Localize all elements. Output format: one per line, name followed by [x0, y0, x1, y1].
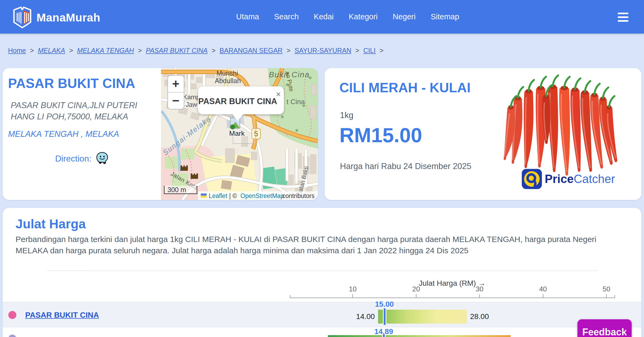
osm-link[interactable]: OpenStreetMap [240, 192, 284, 199]
nav-item-sitemap[interactable]: Sitemap [431, 12, 459, 21]
svg-text:300 m: 300 m [167, 186, 186, 193]
svg-text:| ©: | © [229, 192, 237, 199]
breadcrumb: Home>MELAKA>MELAKA TENGAH>PASAR BUKIT CI… [8, 47, 383, 54]
breadcrumb-separator: > [30, 47, 34, 54]
market-location-links: MELAKA TENGAH , MELAKA [8, 129, 156, 139]
breadcrumb-link[interactable]: BARANGAN SEGAR [219, 47, 283, 54]
waze-icon[interactable] [96, 152, 109, 165]
top-navbar: ManaMurah UtamaSearchKedaiKategoriNegeri… [0, 0, 644, 34]
market-address: PASAR BUKIT CINA,JLN PUTERI HANG LI POH,… [11, 100, 153, 122]
nav-item-kedai[interactable]: Kedai [314, 12, 334, 21]
breadcrumb-link[interactable]: MELAKA TENGAH [77, 47, 134, 54]
map-attribution: Leaflet | © OpenStreetMap contributors [198, 191, 318, 200]
product-name: CILI MERAH - KULAI [339, 80, 471, 96]
breadcrumb-link[interactable]: CILI [363, 47, 376, 54]
logo-text-price: Price [545, 172, 574, 185]
breadcrumb-link[interactable]: SAYUR-SAYURAN [295, 47, 352, 54]
map-label-munshi: Munshi [217, 69, 238, 77]
zoom-out-button[interactable]: − [172, 94, 180, 108]
main-nav: UtamaSearchKedaiKategoriNegeriSitemap [236, 0, 459, 34]
state-link[interactable]: MELAKA [85, 129, 119, 139]
leaflet-map[interactable]: Munshi Abdullah Bukit Cina t Cina Kamp J… [161, 68, 318, 200]
page: ManaMurah UtamaSearchKedaiKategoriNegeri… [0, 0, 644, 337]
product-unit: 1kg [340, 111, 353, 120]
product-price-date: Harga hari Rabu 24 Disember 2025 [340, 162, 471, 171]
breadcrumb-separator: > [69, 47, 73, 54]
nav-item-negeri[interactable]: Negeri [393, 12, 416, 21]
breadcrumb-separator: > [380, 47, 384, 54]
logo-text-catcher: Catcher [574, 172, 615, 185]
breadcrumb-separator: > [212, 47, 216, 54]
map-scale: 300 m [164, 186, 197, 194]
feedback-button[interactable]: Feedback [577, 319, 632, 337]
breadcrumb-separator: > [138, 47, 142, 54]
breadcrumb-link[interactable]: PASAR BUKIT CINA [146, 47, 208, 54]
breadcrumb-link[interactable]: Home [8, 47, 26, 54]
direction-row: Direction: [8, 152, 156, 165]
direction-label: Direction: [55, 154, 91, 164]
popup-close-icon[interactable]: × [276, 89, 281, 99]
product-image-chilies: Price Catcher [502, 70, 623, 199]
breadcrumb-link[interactable]: MELAKA [38, 47, 65, 54]
map-label-jaw: Jaw [186, 101, 197, 108]
marker-label: Mark [229, 129, 245, 137]
manamurah-logo-icon [13, 6, 32, 30]
leaflet-link[interactable]: Leaflet [209, 192, 228, 199]
menu-icon[interactable] [618, 13, 628, 22]
map-label-t-cina: t Cina [287, 98, 305, 106]
ukraine-flag-icon [201, 193, 207, 198]
breadcrumb-separator: > [287, 47, 291, 54]
brand-name: ManaMurah [36, 11, 100, 24]
product-price: RM15.00 [339, 123, 422, 147]
divider [47, 270, 598, 271]
section-description: Perbandingan harga terkini dan julat har… [16, 234, 619, 256]
nav-item-utama[interactable]: Utama [236, 12, 259, 21]
section-title: Julat Harga [16, 217, 86, 231]
breadcrumb-separator: > [355, 47, 359, 54]
svg-text:contributors: contributors [282, 192, 314, 199]
nav-item-search[interactable]: Search [274, 12, 299, 21]
brand-logo[interactable]: ManaMurah [13, 6, 100, 30]
map-zoom-control: + − [168, 75, 184, 109]
product-card: CILI MERAH - KULAI 1kg RM15.00 Harga har… [325, 68, 641, 200]
map-label-kamp: Kamp [183, 93, 200, 101]
market-name: PASAR BUKIT CINA [8, 76, 156, 91]
pricecatcher-logo: Price Catcher [521, 169, 615, 189]
popup-title: PASAR BUKIT CINA [198, 97, 277, 106]
nav-item-kategori[interactable]: Kategori [349, 12, 378, 21]
zoom-in-button[interactable]: + [172, 77, 180, 91]
map-label-abdullah: Abdullah [215, 77, 241, 85]
row-link-market[interactable]: PASAR BUKIT CINA [25, 310, 99, 320]
district-link[interactable]: MELAKA TENGAH [8, 129, 78, 139]
